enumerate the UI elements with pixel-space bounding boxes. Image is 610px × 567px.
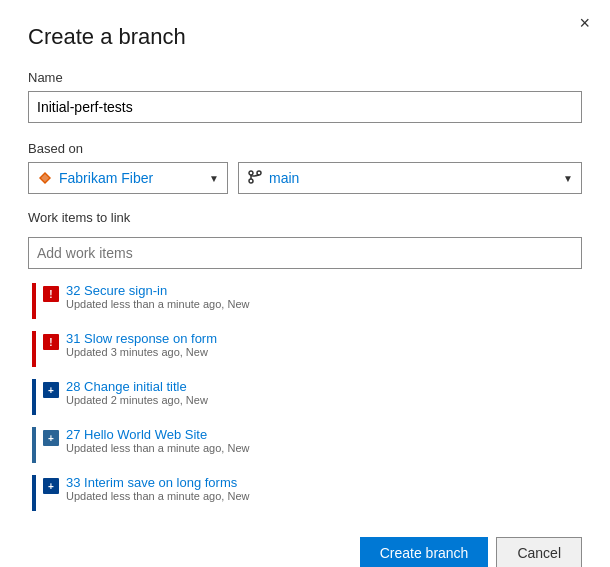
svg-text:!: ! [49,289,52,300]
wi-color-bar [32,475,36,511]
wi-icon: + [42,477,60,495]
svg-text:+: + [48,433,54,444]
wi-color-bar [32,331,36,367]
name-field-section: Name [28,70,582,123]
wi-meta: Updated less than a minute ago, New [66,442,249,454]
repo-chevron-icon: ▼ [209,173,219,184]
branch-fork-icon [247,169,263,188]
wi-title[interactable]: 32 Secure sign-in [66,283,249,298]
based-on-label: Based on [28,141,582,156]
repo-name: Fabrikam Fiber [59,170,203,186]
wi-meta: Updated 2 minutes ago, New [66,394,208,406]
repo-diamond-icon [37,170,53,186]
name-input[interactable] [28,91,582,123]
based-on-section: Based on Fabrikam Fiber ▼ [28,141,582,194]
wi-title[interactable]: 31 Slow response on form [66,331,217,346]
work-item: + 28 Change initial title Updated 2 minu… [28,373,582,421]
close-button[interactable]: × [573,10,596,36]
work-item: ! 32 Secure sign-in Updated less than a … [28,277,582,325]
wi-details: 33 Interim save on long forms Updated le… [66,475,249,502]
svg-text:+: + [48,385,54,396]
wi-icon: ! [42,333,60,351]
name-label: Name [28,70,582,85]
work-item: ! 31 Slow response on form Updated 3 min… [28,325,582,373]
add-work-items-input[interactable] [28,237,582,269]
wi-details: 27 Hello World Web Site Updated less tha… [66,427,249,454]
wi-meta: Updated less than a minute ago, New [66,490,249,502]
work-items-label: Work items to link [28,210,582,225]
wi-meta: Updated less than a minute ago, New [66,298,249,310]
dialog-title: Create a branch [28,24,582,50]
create-branch-button[interactable]: Create branch [360,537,489,567]
wi-color-bar [32,427,36,463]
svg-text:+: + [48,481,54,492]
work-item-list: ! 32 Secure sign-in Updated less than a … [28,277,582,517]
wi-color-bar [32,283,36,319]
work-items-section: Work items to link ! 32 Secure sign-in U… [28,210,582,517]
work-item: + 27 Hello World Web Site Updated less t… [28,421,582,469]
wi-color-bar [32,379,36,415]
svg-point-3 [249,179,253,183]
svg-text:!: ! [49,337,52,348]
wi-title[interactable]: 27 Hello World Web Site [66,427,249,442]
svg-point-2 [249,171,253,175]
branch-chevron-icon: ▼ [563,173,573,184]
wi-title[interactable]: 28 Change initial title [66,379,208,394]
wi-meta: Updated 3 minutes ago, New [66,346,217,358]
cancel-button[interactable]: Cancel [496,537,582,567]
svg-point-4 [257,171,261,175]
wi-icon: ! [42,285,60,303]
work-item: + 33 Interim save on long forms Updated … [28,469,582,517]
create-branch-dialog: × Create a branch Name Based on Fabrikam… [0,0,610,567]
wi-icon: + [42,429,60,447]
wi-title[interactable]: 33 Interim save on long forms [66,475,249,490]
branch-dropdown[interactable]: main ▼ [238,162,582,194]
dialog-footer: Create branch Cancel [28,517,582,567]
wi-details: 28 Change initial title Updated 2 minute… [66,379,208,406]
repo-dropdown[interactable]: Fabrikam Fiber ▼ [28,162,228,194]
dropdowns-row: Fabrikam Fiber ▼ main ▼ [28,162,582,194]
wi-details: 31 Slow response on form Updated 3 minut… [66,331,217,358]
branch-name: main [269,170,557,186]
wi-details: 32 Secure sign-in Updated less than a mi… [66,283,249,310]
wi-icon: + [42,381,60,399]
